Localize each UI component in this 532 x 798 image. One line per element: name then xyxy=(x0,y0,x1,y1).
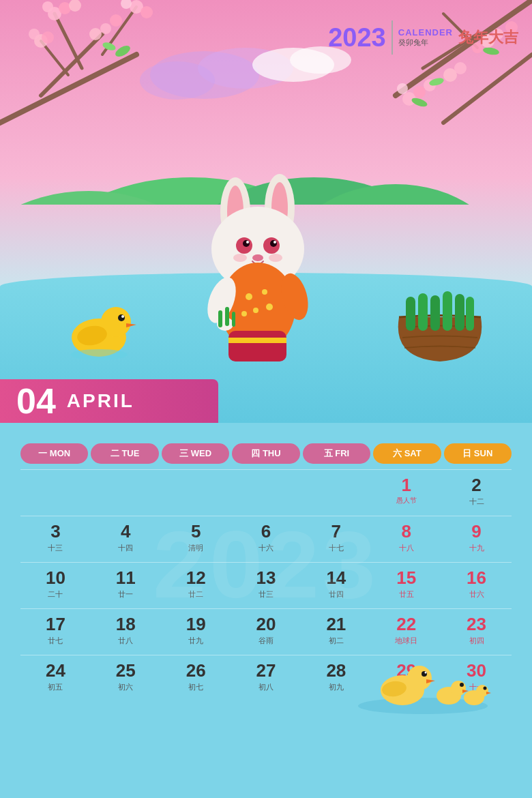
illustration-area: 2023 CALENDER 癸卯兔年 兔年大吉 04 APRIL xyxy=(0,0,532,423)
calendar-cell: 8十八 xyxy=(371,516,441,562)
calendar-cell: 13廿三 xyxy=(231,562,301,608)
svg-point-71 xyxy=(246,241,249,243)
date-number: 14 xyxy=(326,568,346,588)
date-number: 10 xyxy=(46,568,65,588)
day-header: 四 THU xyxy=(232,443,299,464)
date-lunar: 十三 xyxy=(48,543,63,553)
svg-rect-87 xyxy=(218,310,222,327)
day-header: 二 TUE xyxy=(91,443,158,464)
svg-point-78 xyxy=(262,289,267,295)
calendar-cell xyxy=(301,469,371,516)
date-number: 11 xyxy=(116,568,136,588)
date-number: 9 xyxy=(471,522,481,542)
month-banner: 04 APRIL xyxy=(0,379,218,423)
header-box: 2023 CALENDER 癸卯兔年 兔年大吉 xyxy=(328,20,518,55)
calendar-cell: 9十九 xyxy=(441,516,512,562)
rabbit-character xyxy=(184,171,334,368)
day-headers: 一 MON二 TUE三 WED四 THU五 FRI六 SAT日 SUN xyxy=(20,443,512,464)
calendar-cell: 5清明 xyxy=(161,516,231,562)
svg-point-77 xyxy=(246,293,252,300)
date-number: 6 xyxy=(261,522,271,542)
svg-point-111 xyxy=(451,681,466,696)
calendar-cell: 4十四 xyxy=(91,516,161,562)
app-container: 2023 CALENDER 癸卯兔年 兔年大吉 04 APRIL 一 MON二 … xyxy=(0,0,532,798)
svg-point-90 xyxy=(232,345,256,361)
day-header: 五 FRI xyxy=(303,443,370,464)
svg-rect-89 xyxy=(232,312,235,327)
calendar-cell xyxy=(231,469,301,516)
date-lunar: 清明 xyxy=(188,543,203,553)
date-number: 3 xyxy=(50,522,60,542)
calendar-cell: 7十七 xyxy=(301,516,371,562)
date-lunar: 十六 xyxy=(258,543,274,553)
duck-character xyxy=(61,293,136,361)
date-lunar: 地球日 xyxy=(395,636,417,646)
date-number: 21 xyxy=(326,615,346,634)
calendar-cell: 6十六 xyxy=(231,516,301,562)
date-lunar: 廿一 xyxy=(118,589,133,600)
date-number: 2 xyxy=(471,475,481,495)
svg-point-112 xyxy=(460,683,464,687)
date-number: 4 xyxy=(121,522,130,542)
day-header: 三 WED xyxy=(162,443,229,464)
date-festival: 愚人节 xyxy=(396,496,417,505)
svg-point-72 xyxy=(274,241,276,243)
date-lunar: 廿五 xyxy=(399,589,414,600)
basket-character xyxy=(385,283,494,365)
day-header: 一 MON xyxy=(20,443,88,464)
date-number: 7 xyxy=(331,522,341,542)
date-number: 13 xyxy=(256,568,276,588)
svg-point-115 xyxy=(484,687,487,690)
date-lunar: 十八 xyxy=(399,543,414,553)
svg-rect-102 xyxy=(455,294,464,331)
svg-point-81 xyxy=(241,311,247,316)
date-lunar: 十四 xyxy=(118,543,133,553)
date-lunar: 廿三 xyxy=(258,589,274,600)
date-number: 16 xyxy=(467,568,486,588)
date-lunar: 廿八 xyxy=(118,636,133,646)
svg-point-114 xyxy=(476,685,488,697)
svg-point-80 xyxy=(266,304,273,310)
date-number: 20 xyxy=(256,615,276,634)
date-number: 8 xyxy=(401,522,411,542)
date-lunar: 谷雨 xyxy=(258,636,274,646)
date-number: 23 xyxy=(467,615,486,634)
svg-point-95 xyxy=(121,315,124,318)
date-lunar: 十七 xyxy=(329,543,344,553)
svg-point-74 xyxy=(233,254,247,262)
date-number: 19 xyxy=(186,615,206,634)
year-display: 2023 xyxy=(328,23,386,53)
svg-rect-99 xyxy=(418,293,428,331)
month-name: APRIL xyxy=(67,390,134,412)
svg-rect-88 xyxy=(225,307,229,326)
date-number: 17 xyxy=(46,615,65,634)
svg-rect-98 xyxy=(406,297,415,331)
sub-info: 癸卯兔年 xyxy=(398,38,428,48)
date-lunar: 廿四 xyxy=(329,589,344,600)
date-number: 12 xyxy=(186,568,206,588)
date-lunar: 廿二 xyxy=(188,589,203,600)
date-lunar: 廿九 xyxy=(188,636,203,646)
date-number: 1 xyxy=(401,475,411,495)
calendar-cell xyxy=(20,469,91,516)
bottom-ducks-svg xyxy=(355,648,491,716)
calendar-cell: 15廿五 xyxy=(371,562,441,608)
bottom-decoration xyxy=(20,648,512,716)
calendar-cell xyxy=(91,469,161,516)
svg-point-91 xyxy=(259,345,284,361)
svg-rect-103 xyxy=(466,297,474,331)
date-lunar: 十九 xyxy=(469,543,484,553)
calendar-cell: 14廿四 xyxy=(301,562,371,608)
svg-point-108 xyxy=(425,672,427,674)
calendar-cell: 3十三 xyxy=(20,516,91,562)
header-divider xyxy=(391,20,393,55)
date-lunar: 十二 xyxy=(469,497,484,507)
date-number: 15 xyxy=(396,568,416,588)
date-lunar: 廿七 xyxy=(48,636,63,646)
svg-point-70 xyxy=(270,240,277,247)
svg-point-106 xyxy=(407,666,432,690)
date-lunar: 廿六 xyxy=(469,589,484,600)
calender-info: CALENDER 癸卯兔年 xyxy=(398,27,453,48)
calendar-cell: 2十二 xyxy=(441,469,512,516)
calender-label: CALENDER xyxy=(398,27,453,38)
